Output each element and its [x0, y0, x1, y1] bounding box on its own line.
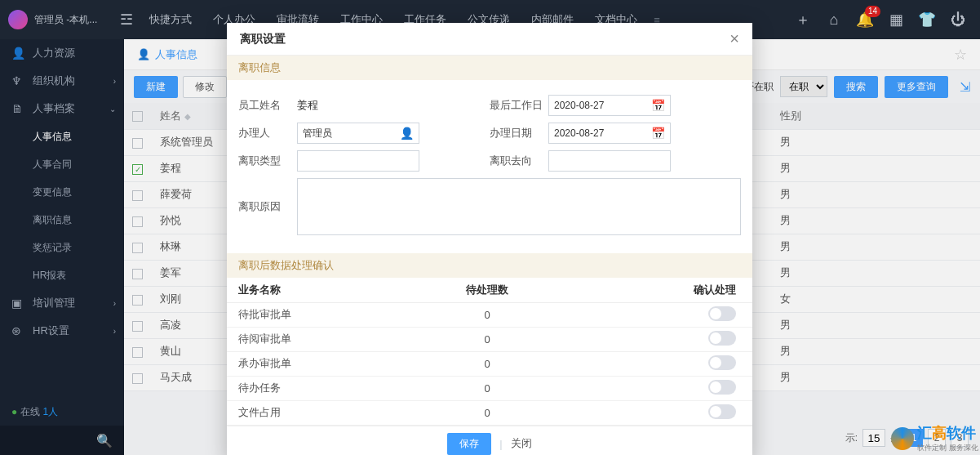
dcell-count: 0	[406, 400, 557, 425]
confirm-row: 待阅审批单0	[227, 327, 752, 351]
confirm-toggle[interactable]	[708, 331, 736, 346]
label-dest: 离职去向	[490, 154, 548, 168]
close-icon[interactable]: ×	[729, 29, 739, 48]
label-lastday: 最后工作日	[490, 98, 548, 113]
confirm-table: 业务名称待处理数确认处理 待批审批单0待阅审批单0承办审批单0待办任务0文件占用…	[227, 278, 752, 426]
dcol-name: 业务名称	[227, 278, 406, 302]
save-button[interactable]: 保存	[447, 433, 491, 455]
section-resign-info: 离职信息	[227, 56, 752, 80]
input-dest[interactable]	[548, 150, 671, 172]
dcell-name: 待批审批单	[227, 302, 406, 327]
confirm-row: 待办任务0	[227, 376, 752, 400]
label-type: 离职类型	[238, 154, 297, 168]
confirm-toggle[interactable]	[708, 380, 736, 395]
confirm-toggle[interactable]	[708, 306, 736, 321]
resign-form: 员工姓名姜程 最后工作日2020-08-27📅 办理人管理员👤 办理日期2020…	[227, 80, 752, 253]
dcell-name: 待阅审批单	[227, 327, 406, 351]
dcell-count: 0	[406, 351, 557, 376]
input-lastday[interactable]: 2020-08-27📅	[548, 95, 671, 116]
input-date[interactable]: 2020-08-27📅	[548, 123, 671, 144]
value-name: 姜程	[297, 98, 318, 113]
confirm-row: 承办审批单0	[227, 351, 752, 376]
input-handler[interactable]: 管理员👤	[297, 123, 419, 144]
calendar-icon[interactable]: 📅	[651, 127, 665, 140]
label-date: 办理日期	[490, 126, 548, 141]
label-handler: 办理人	[238, 126, 297, 141]
modal-footer: 保存 | 关闭	[227, 426, 752, 456]
dcell-name: 文件占用	[227, 400, 406, 425]
confirm-row: 文件占用0	[227, 400, 752, 425]
confirm-row: 待批审批单0	[227, 302, 752, 327]
modal-title: 离职设置	[240, 32, 286, 47]
calendar-icon[interactable]: 📅	[651, 99, 665, 112]
modal-header: 离职设置 ×	[227, 23, 752, 56]
dcol-count: 待处理数	[406, 278, 557, 302]
confirm-toggle[interactable]	[708, 355, 736, 370]
confirm-toggle[interactable]	[708, 404, 736, 419]
dcell-name: 承办审批单	[227, 351, 406, 376]
label-reason: 离职原因	[238, 199, 297, 214]
dcell-count: 0	[406, 302, 557, 327]
input-type[interactable]	[297, 150, 419, 172]
person-picker-icon[interactable]: 👤	[400, 127, 414, 140]
section-data-confirm: 离职后数据处理确认	[227, 253, 752, 278]
dcol-confirm: 确认处理	[557, 278, 752, 302]
label-name: 员工姓名	[238, 98, 297, 113]
input-reason[interactable]	[297, 178, 741, 235]
dcell-name: 待办任务	[227, 376, 406, 400]
close-button[interactable]: 关闭	[511, 436, 532, 451]
resign-modal: 离职设置 × 离职信息 员工姓名姜程 最后工作日2020-08-27📅 办理人管…	[227, 23, 752, 455]
dcell-count: 0	[406, 327, 557, 351]
dcell-count: 0	[406, 376, 557, 400]
